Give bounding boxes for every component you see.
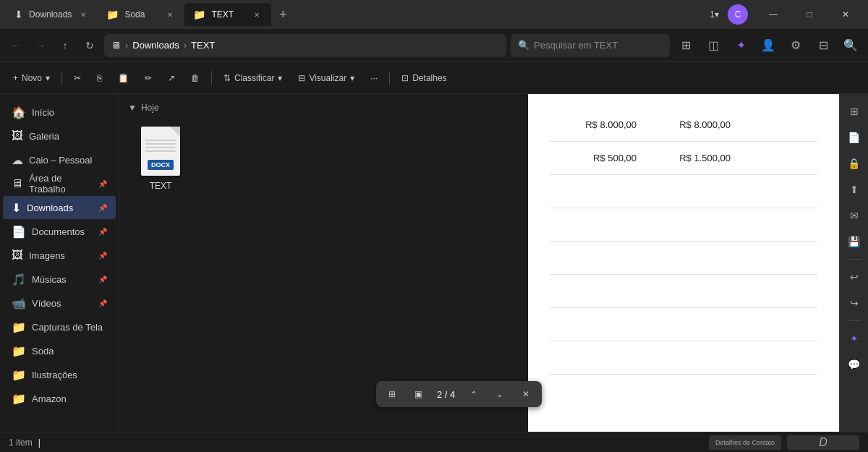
classificar-button[interactable]: ⇅ Classificar ▾ — [216, 67, 289, 90]
text-tab-close[interactable]: ✕ — [251, 9, 263, 20]
sidebar-item-galeria[interactable]: 🖼 Galeria — [3, 124, 116, 148]
rename-button[interactable]: ✏ — [137, 67, 159, 90]
section-expand-icon[interactable]: ▼ — [128, 103, 137, 113]
file-line-3 — [145, 147, 176, 148]
sidebar-item-ilustracoes[interactable]: 📁 Ilustrações — [3, 363, 116, 386]
detalhes-button[interactable]: ⊡ Detalhes — [394, 67, 454, 90]
tab-downloads[interactable]: ⬇ Downloads ✕ — [6, 3, 98, 26]
rt-save-button[interactable]: 💾 — [843, 230, 866, 253]
taskbar-thumb-1[interactable]: Detalhes de Contato — [709, 435, 781, 450]
rt-mail-button[interactable]: ✉ — [843, 204, 866, 227]
search-box[interactable]: 🔍 Pesquisar em TEXT — [511, 34, 670, 57]
sidebar-item-imagens[interactable]: 🖼 Imagens 📌 — [3, 244, 116, 267]
share-button[interactable]: ✦ — [729, 34, 752, 57]
soda-tab-close[interactable]: ✕ — [164, 9, 176, 20]
file-lines — [145, 140, 176, 154]
captures-icon: 📁 — [12, 320, 26, 334]
minimize-button[interactable]: — — [757, 3, 790, 26]
inicio-icon: 🏠 — [12, 106, 26, 119]
sidebar-item-soda[interactable]: 📁 Soda — [3, 339, 116, 362]
rt-redo-button[interactable]: ↪ — [843, 291, 866, 315]
pdf-grid-view-button[interactable]: ⊞ — [382, 384, 402, 404]
address-path[interactable]: 🖥 › Downloads › TEXT — [104, 34, 506, 57]
paste-button[interactable]: 📋 — [111, 67, 136, 90]
refresh-button[interactable]: ↻ — [80, 35, 100, 56]
sidebar-item-downloads[interactable]: ⬇ Downloads 📌 — [3, 196, 116, 219]
grid-settings-button[interactable]: ⊟ — [812, 34, 835, 57]
pdf-single-view-button[interactable]: ▣ — [408, 384, 428, 404]
pin-icon-imagens: 📌 — [98, 252, 107, 260]
doc-row-5 — [550, 275, 817, 308]
share-toolbar-button[interactable]: ↗ — [161, 67, 182, 90]
sidebar-item-videos[interactable]: 📹 Vídeos 📌 — [3, 291, 116, 315]
pdf-close-button[interactable]: ✕ — [516, 384, 536, 404]
rt-undo-button[interactable]: ↩ — [843, 265, 866, 289]
layout-button[interactable]: ◫ — [702, 34, 725, 57]
item-count: 1 item — [9, 438, 33, 448]
copy-button[interactable]: ⎘ — [90, 67, 109, 90]
user-button[interactable]: 👤 — [757, 34, 780, 57]
rt-file-button[interactable]: 📄 — [843, 126, 866, 149]
taskbar-thumb-2[interactable]: D — [787, 435, 859, 450]
pin-icon-musicas: 📌 — [98, 276, 107, 283]
sort-icon: ⇅ — [224, 73, 231, 83]
more-icon: ··· — [370, 73, 378, 83]
pdf-page-sep: / — [445, 389, 450, 400]
pdf-prev-page-button[interactable]: ⌄ — [464, 384, 484, 404]
docs-icon: 📄 — [12, 225, 26, 239]
breadcrumb-text[interactable]: TEXT — [191, 40, 215, 51]
downloads-tab-close[interactable]: ✕ — [77, 9, 89, 20]
back-button[interactable]: ← — [6, 35, 26, 56]
sidebar-item-documentos[interactable]: 📄 Documentos 📌 — [3, 220, 116, 243]
rt-upload-button[interactable]: ⬆ — [843, 178, 866, 201]
file-item-text[interactable]: DOCX TEXT — [128, 120, 193, 197]
tab-text[interactable]: 📁 TEXT ✕ — [184, 3, 271, 26]
sidebar-item-musicas[interactable]: 🎵 Músicas 📌 — [3, 268, 116, 291]
classificar-label: Classificar — [234, 73, 274, 83]
file-line-1 — [145, 140, 176, 141]
sidebar-label-downloads: Downloads — [27, 202, 73, 213]
visualizar-button[interactable]: ⊟ Visualizar ▾ — [291, 67, 362, 90]
rt-magic-button[interactable]: ✦ — [843, 327, 866, 350]
breadcrumb-downloads[interactable]: Downloads — [132, 40, 179, 51]
galeria-icon: 🖼 — [12, 129, 23, 142]
doc-row-6 — [550, 308, 817, 341]
sidebar-item-capturas[interactable]: 📁 Capturas de Tela — [3, 315, 116, 338]
sidebar-item-caio[interactable]: ☁ Caio – Pessoal — [3, 148, 116, 171]
file-line-2 — [145, 143, 176, 145]
more-button[interactable]: ··· — [363, 67, 385, 90]
sidebar-label-inicio: Início — [32, 107, 54, 118]
doc-row-3 — [550, 208, 817, 242]
tab-soda[interactable]: 📁 Soda ✕ — [98, 3, 184, 26]
view-toggle-button[interactable]: ⊞ — [674, 34, 697, 57]
music-icon: 🎵 — [12, 273, 26, 286]
novo-button[interactable]: + Novo ▾ — [6, 67, 57, 90]
settings-button[interactable]: ⚙ — [784, 34, 807, 57]
delete-button[interactable]: 🗑 — [184, 67, 207, 90]
sidebar-item-amazon[interactable]: 📁 Amazon — [3, 387, 116, 410]
up-button[interactable]: ↑ — [55, 35, 75, 56]
cut-button[interactable]: ✂ — [67, 67, 88, 90]
forward-button[interactable]: → — [30, 35, 51, 56]
address-bar: ← → ↑ ↻ 🖥 › Downloads › TEXT 🔍 Pesquisar… — [0, 29, 868, 62]
user-avatar[interactable]: C — [728, 4, 748, 25]
pdf-next-page-button[interactable]: ⌄ — [490, 384, 510, 404]
rename-icon: ✏ — [145, 73, 152, 83]
new-tab-button[interactable]: + — [271, 3, 294, 26]
close-button[interactable]: ✕ — [829, 3, 862, 26]
toolbar-sep-3 — [389, 71, 390, 85]
pager-display[interactable]: 1▾ — [710, 9, 719, 20]
amazon-icon: 📁 — [12, 392, 26, 406]
sidebar-label-videos: Vídeos — [32, 298, 61, 309]
paste-icon: 📋 — [118, 73, 129, 83]
rt-scan-button[interactable]: ⊞ — [843, 100, 866, 123]
rt-chat-button[interactable]: 💬 — [843, 353, 866, 376]
search-global-button[interactable]: 🔍 — [839, 34, 862, 57]
rt-lock-button[interactable]: 🔒 — [843, 152, 866, 175]
section-label-hoje: Hoje — [141, 103, 159, 113]
sidebar-item-inicio[interactable]: 🏠 Início — [3, 101, 116, 124]
sidebar-item-area-de-trabalho[interactable]: 🖥 Área de Trabalho 📌 — [3, 172, 116, 195]
maximize-button[interactable]: □ — [793, 3, 826, 26]
rt-sep — [847, 259, 861, 260]
sidebar-label-area: Área de Trabalho — [29, 173, 93, 195]
